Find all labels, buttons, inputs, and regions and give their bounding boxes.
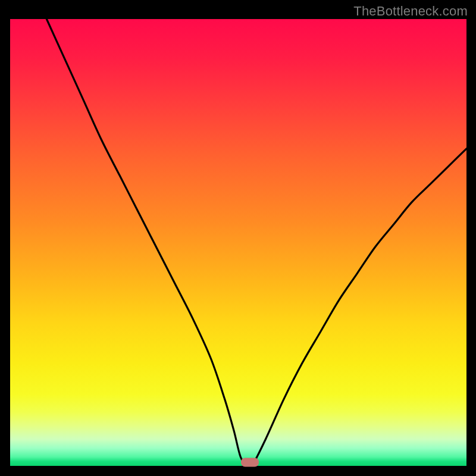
plot-area: [10, 19, 466, 466]
bottleneck-curve: [10, 19, 466, 466]
optimum-marker: [241, 458, 259, 467]
watermark-text: TheBottleneck.com: [353, 4, 468, 19]
chart-frame: TheBottleneck.com: [0, 0, 476, 476]
